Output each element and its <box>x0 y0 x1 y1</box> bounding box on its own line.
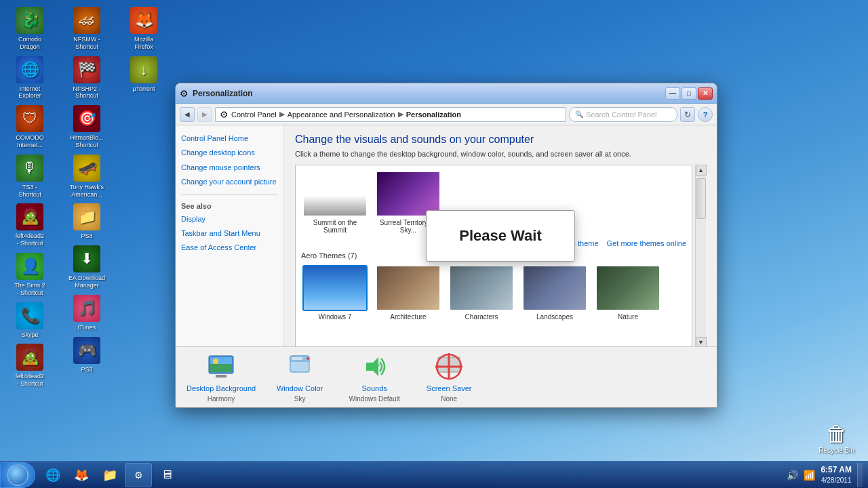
recycle-bin-icon[interactable]: 🗑 Recycle Bin <box>818 422 854 454</box>
bottom-settings-bar: Desktop Background Harmony Window Color … <box>176 346 717 407</box>
breadcrumb: Control Panel <box>231 110 277 119</box>
minimize-button[interactable]: — <box>665 87 680 100</box>
desktop-bg-setting[interactable]: Desktop Background Harmony <box>186 352 256 403</box>
comodo-dragon-icon[interactable]: 🐉Comodo Dragon <box>5 7 54 51</box>
back-button[interactable]: ◀ <box>180 107 195 122</box>
window-icon: ⚙ <box>180 88 189 99</box>
sims2-icon[interactable]: 👤The Sims 2 - Shortcut <box>5 253 54 297</box>
help-button[interactable]: ? <box>698 107 713 122</box>
svg-point-10 <box>377 364 380 367</box>
taskbar: 🌐 🦊 📁 ⚙ 🖥 🔊 📶 6:57 AM 4/28/2011 <box>0 461 868 488</box>
taskbar-cp-icon[interactable]: ⚙ <box>125 463 152 487</box>
sidebar: Control Panel Home Change desktop icons … <box>176 125 284 346</box>
utorrent-icon[interactable]: ↓µTorrent <box>119 56 168 93</box>
ie-icon[interactable]: 🌐Internet Explorer <box>5 56 54 100</box>
svg-point-8 <box>307 357 309 360</box>
ps3-icon[interactable]: 🎮PS3 <box>62 337 111 373</box>
breadcrumb-appearance: Appearance and Personalization <box>288 110 395 119</box>
window-title: Personalization <box>193 89 253 98</box>
sidebar-home-link[interactable]: Control Panel Home <box>181 134 278 144</box>
folder-icon[interactable]: 📁PS3 <box>62 203 111 240</box>
please-wait-text: Please Wait <box>459 227 541 245</box>
hitman-icon[interactable]: 🎯HitmanBlo... Shortcut <box>62 105 111 149</box>
screen-saver-sublabel: None <box>441 395 457 403</box>
svg-marker-9 <box>366 357 378 376</box>
svg-point-3 <box>213 359 218 364</box>
forward-button[interactable]: ▶ <box>197 107 212 122</box>
window-color-label: Window Color <box>277 384 323 392</box>
refresh-button[interactable]: ↻ <box>680 107 695 122</box>
sidebar-ease-link[interactable]: Ease of Access Center <box>181 243 278 253</box>
desktop-bg-sublabel: Harmony <box>208 395 235 403</box>
sidebar-taskbar-link[interactable]: Taskbar and Start Menu <box>181 228 278 239</box>
titlebar: ⚙ Personalization — □ ✕ <box>176 83 717 104</box>
nfshp-icon[interactable]: 🏁NFSHP2 - Shortcut <box>62 56 111 100</box>
sidebar-mouse-pointers-link[interactable]: Change mouse pointers <box>181 163 278 173</box>
maximize-button[interactable]: □ <box>682 87 696 100</box>
address-bar: ◀ ▶ ⚙ Control Panel ▶ Appearance and Per… <box>176 104 717 125</box>
left4dead-icon[interactable]: 🧟left4dead2 - Shortcut <box>5 203 54 247</box>
itunes-icon[interactable]: 🎵iTunes <box>62 295 111 331</box>
left4dead2-icon[interactable]: 🧟left4dead2 - Shortcut <box>5 344 54 388</box>
taskbar-date: 4/28/2011 <box>821 476 852 485</box>
show-desktop-button[interactable] <box>857 463 863 487</box>
window-color-sublabel: Sky <box>294 395 306 403</box>
control-panel-window: ⚙ Personalization — □ ✕ ◀ ▶ ⚙ Control Pa… <box>175 83 717 408</box>
search-placeholder: Search Control Panel <box>586 110 657 119</box>
taskbar-volume-icon[interactable]: 🔊 <box>787 470 798 481</box>
main-panel: Change the visuals and sounds on your co… <box>284 125 717 346</box>
taskbar-network-icon[interactable]: 📶 <box>804 470 815 481</box>
sidebar-account-picture-link[interactable]: Change your account picture <box>181 177 278 187</box>
see-also-label: See also <box>181 202 278 210</box>
svg-rect-7 <box>292 357 302 360</box>
taskbar-folder-icon[interactable]: 📁 <box>96 463 123 487</box>
taskbar-time: 6:57 AM <box>821 465 852 476</box>
recycle-bin-label: Recycle Bin <box>818 447 854 454</box>
sidebar-desktop-icons-link[interactable]: Change desktop icons <box>181 148 278 158</box>
ts3-icon[interactable]: 🎙TS3 - Shortcut <box>5 155 54 199</box>
taskbar-clock[interactable]: 6:57 AM 4/28/2011 <box>821 465 852 485</box>
sounds-label: Sounds <box>361 384 387 392</box>
tony-icon[interactable]: 🛹Tony Hawk's American... <box>62 155 111 199</box>
sounds-setting[interactable]: Sounds Windows Default <box>344 352 405 403</box>
eadownload-icon[interactable]: ⬇EA Download Manager <box>62 245 111 289</box>
taskbar-ie-icon[interactable]: 🌐 <box>39 463 66 487</box>
svg-rect-2 <box>210 364 232 372</box>
screen-saver-setting[interactable]: Screen Saver None <box>418 352 479 403</box>
screen-saver-label: Screen Saver <box>427 384 472 392</box>
please-wait-overlay: Please Wait <box>284 125 717 346</box>
sidebar-display-link[interactable]: Display <box>181 214 278 224</box>
search-box[interactable]: 🔍 Search Control Panel <box>569 107 677 122</box>
please-wait-box: Please Wait <box>426 210 574 262</box>
address-box[interactable]: ⚙ Control Panel ▶ Appearance and Persona… <box>215 107 566 122</box>
firefox-icon[interactable]: 🦊Mozilla Firefox <box>119 7 168 51</box>
skype-icon[interactable]: 📞Skype <box>5 302 54 339</box>
sounds-sublabel: Windows Default <box>349 395 400 403</box>
start-button[interactable] <box>0 462 35 488</box>
taskbar-unknown-icon[interactable]: 🖥 <box>153 463 180 487</box>
close-button[interactable]: ✕ <box>698 87 713 100</box>
comodo-internet-icon[interactable]: 🛡COMODO Internet... <box>5 105 54 149</box>
window-color-setting[interactable]: Window Color Sky <box>269 352 330 403</box>
taskbar-firefox-icon[interactable]: 🦊 <box>68 463 95 487</box>
desktop-bg-label: Desktop Background <box>186 384 256 392</box>
nfsmw-icon[interactable]: 🏎NFSMW - Shortcut <box>62 7 111 51</box>
svg-rect-4 <box>216 375 226 378</box>
breadcrumb-personalization: Personalization <box>406 110 461 119</box>
